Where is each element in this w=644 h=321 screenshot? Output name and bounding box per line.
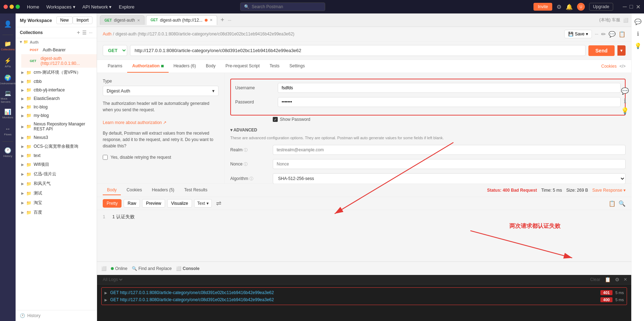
tree-folder-text[interactable]: ▶ 📁 text <box>16 151 97 160</box>
algorithm-select[interactable]: SHA-512-256-sess <box>273 173 626 184</box>
new-button[interactable]: New <box>56 16 73 24</box>
bulb-right-icon[interactable]: 💡 <box>633 40 643 51</box>
tree-folder-hefeng[interactable]: ▶ 📁 和风天气 <box>16 179 97 188</box>
tree-folder-yixun[interactable]: ▶ 📁 亿迅-强片云 <box>16 169 97 179</box>
layout-icon[interactable]: ⬜ <box>623 18 628 23</box>
menu-workspaces[interactable]: Workspaces ▾ <box>46 4 75 10</box>
search-bar[interactable]: 🔍 Search Postman <box>240 2 325 11</box>
resp-tab-body[interactable]: Body <box>103 185 121 195</box>
cookies-link[interactable]: Cookies <box>601 64 616 69</box>
tree-folder-ctbb-ylj[interactable]: ▶ 📁 ctbb-ylj-interface <box>16 86 97 94</box>
tree-folder-elasticsearch[interactable]: ▶ 📁 ElasticSearch <box>16 94 97 103</box>
info-right-icon[interactable]: ℹ <box>633 28 643 39</box>
tree-folder-ocs[interactable]: ▶ 📁 OCS-公寓宽带余额查询 <box>16 142 97 151</box>
maximize-dot[interactable] <box>16 5 20 9</box>
format-preview[interactable]: Preview <box>142 199 165 208</box>
breadcrumb-auth[interactable]: Auth <box>103 32 112 36</box>
tree-folder-nexus-rest[interactable]: ▶ 📁 Nexus Repository Manager REST API <box>16 120 97 133</box>
minimize-icon[interactable]: ─ <box>623 4 627 10</box>
tab-more-button[interactable]: ··· <box>228 18 231 23</box>
sidebar-item-collections[interactable]: 📁 Collections <box>1 38 15 54</box>
notification-icon[interactable]: 🔔 <box>566 4 573 10</box>
text-type-select[interactable]: Text ▾ <box>194 199 212 208</box>
add-collection-icon[interactable]: + <box>77 29 80 36</box>
tab-authorization[interactable]: Authorization <box>127 60 168 73</box>
tab-digest-auth-1[interactable]: GET digest-auth ✕ <box>100 15 145 25</box>
resp-tab-test-results[interactable]: Test Results <box>180 185 211 195</box>
sidebar-item-monitors[interactable]: 📊 Monitors <box>1 106 15 122</box>
avatar-icon[interactable]: U <box>577 3 585 11</box>
send-dropdown-button[interactable]: ▾ <box>617 45 626 56</box>
save-button[interactable]: 💾 Save ▾ <box>564 30 592 38</box>
format-pretty[interactable]: Pretty <box>103 199 122 208</box>
resp-tab-headers[interactable]: Headers (5) <box>148 185 179 195</box>
disable-retry-checkbox[interactable] <box>103 155 108 160</box>
sidebar-item-environments[interactable]: 🌍 Environments <box>1 72 15 88</box>
close-dot[interactable] <box>4 5 8 9</box>
realm-input[interactable] <box>273 145 626 155</box>
url-input[interactable] <box>130 45 586 56</box>
learn-more-link[interactable]: Learn more about authorization ↗ <box>103 120 166 125</box>
more-actions-icon[interactable]: ··· <box>595 32 598 36</box>
copy-response-icon[interactable]: 📋 <box>609 200 616 207</box>
tree-folder-nexus3[interactable]: ▶ 📁 Nexus3 <box>16 133 97 142</box>
minimize-dot[interactable] <box>10 5 14 9</box>
tree-folder-taobao[interactable]: ▶ 📁 淘宝 <box>16 198 97 208</box>
settings-console-icon[interactable]: ⚙ <box>615 277 620 282</box>
nonce-info-icon[interactable]: ⓘ <box>244 162 248 166</box>
tree-folder-baidu[interactable]: ▶ 📁 百度 <box>16 208 97 217</box>
realm-info-icon[interactable]: ⓘ <box>244 148 248 152</box>
tree-folder-ctbb[interactable]: ▶ 📁 ctbb <box>16 77 97 86</box>
tree-folder-wifi[interactable]: ▶ 📁 Wifi项目 <box>16 160 97 169</box>
close-icon[interactable]: ✕ <box>636 4 640 10</box>
info-side-icon[interactable]: ℹ <box>624 97 626 105</box>
settings-icon[interactable]: ⚙ <box>557 4 561 10</box>
menu-api-network[interactable]: API Network ▾ <box>83 4 112 10</box>
tab-tests[interactable]: Tests <box>265 60 284 73</box>
send-button[interactable]: Send <box>588 45 615 56</box>
format-raw[interactable]: Raw <box>124 199 140 208</box>
menu-home[interactable]: Home <box>27 4 39 10</box>
code-icon[interactable]: </> <box>620 64 626 69</box>
all-logs-select[interactable]: All Logs <box>101 277 124 282</box>
sidebar-item-apis[interactable]: ⚡ APIs <box>1 55 15 71</box>
algo-info-icon[interactable]: ⓘ <box>249 176 253 181</box>
filter-icon[interactable]: ☰ <box>82 30 87 35</box>
lightbulb-icon[interactable]: 💡 <box>621 107 629 115</box>
resp-tab-cookies[interactable]: Cookies <box>122 185 146 195</box>
comment-icon[interactable]: 💬 <box>609 31 616 38</box>
import-button[interactable]: Import <box>73 16 92 24</box>
clear-button[interactable]: Clear <box>590 277 600 282</box>
tree-item-auth-bearer[interactable]: POST Auth-Bearer <box>21 46 97 54</box>
invite-button[interactable]: Invite <box>533 3 552 11</box>
wrap-icon[interactable]: ⇌ <box>216 199 221 207</box>
tree-folder-crm[interactable]: ▶ 📁 crm-测试环境（需VPN） <box>16 68 97 77</box>
format-visualize[interactable]: Visualize <box>167 199 192 208</box>
tab-settings[interactable]: Settings <box>284 60 310 73</box>
history-section[interactable]: 🕐 History <box>16 310 97 321</box>
nonce-input[interactable] <box>273 159 626 169</box>
search-response-icon[interactable]: 🔍 <box>618 200 626 207</box>
chat-right-icon[interactable]: 💬 <box>633 16 643 27</box>
tree-folder-my-blog[interactable]: ▶ 📁 my-blog <box>16 111 97 120</box>
console-tab[interactable]: ⬜ Console <box>176 266 199 271</box>
tab-close-2[interactable]: ✕ <box>210 18 213 22</box>
tab-digest-auth-2[interactable]: GET digest-auth (http://12... ✕ <box>146 15 217 25</box>
tab-pre-request[interactable]: Pre-request Script <box>220 60 265 73</box>
tab-body[interactable]: Body <box>201 60 220 73</box>
maximize-icon[interactable]: □ <box>629 4 633 10</box>
tab-headers[interactable]: Headers (6) <box>169 60 201 73</box>
copy-console-icon[interactable]: 📋 <box>605 277 611 282</box>
upgrade-button[interactable]: Upgrade <box>589 3 613 11</box>
username-input[interactable] <box>278 83 621 93</box>
chat-icon[interactable]: 💬 <box>621 87 629 95</box>
sidebar-item-mock-servers[interactable]: 💻 Mock Servers <box>1 89 15 105</box>
tab-params[interactable]: Params <box>103 60 127 73</box>
sidebar-item-avatar[interactable]: 👤 <box>1 16 15 32</box>
layout-status-icon[interactable]: ⬜ <box>101 266 107 271</box>
tree-group-auth[interactable]: ▾ 📁 Auth <box>16 38 97 46</box>
save-response-btn[interactable]: Save Response ▾ <box>592 188 626 193</box>
tree-item-digest-auth[interactable]: GET digest-auth (http://127.0.0.1:80... <box>21 54 97 68</box>
tab-add-button[interactable]: + <box>219 16 227 24</box>
tree-folder-test[interactable]: ▶ 📁 测试 <box>16 188 97 198</box>
